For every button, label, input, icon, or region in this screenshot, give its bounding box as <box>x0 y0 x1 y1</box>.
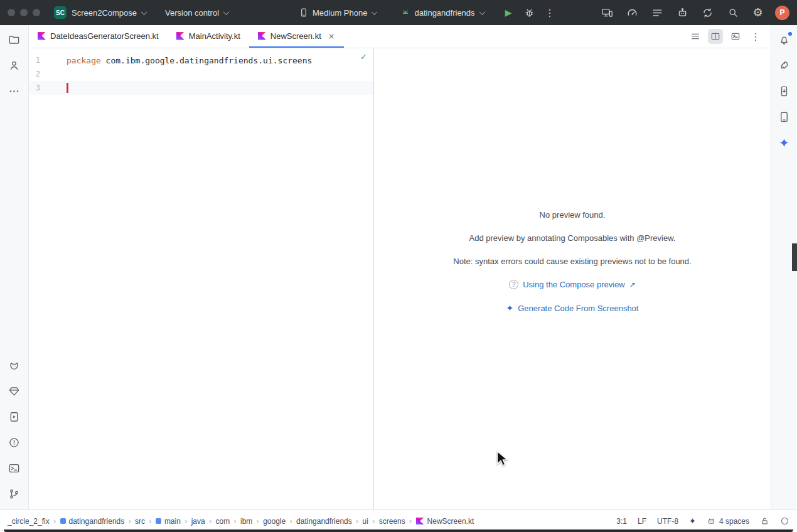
code-view-icon <box>690 31 700 41</box>
gradle-icon <box>778 60 790 72</box>
project-tool-button[interactable] <box>5 30 24 49</box>
breadcrumb-item[interactable]: datingandfriends <box>296 517 352 526</box>
generate-code-link[interactable]: ✦ Generate Code From Screenshot <box>506 303 639 313</box>
editor-tab-bar: DateIdeasGeneratorScreen.kt MainActivity… <box>29 25 771 48</box>
project-selector[interactable]: Screen2Compose <box>67 4 151 21</box>
caret-position-widget[interactable]: 3:1 <box>616 517 627 526</box>
device-explorer-button[interactable] <box>775 82 794 100</box>
line-separator-widget[interactable]: LF <box>638 517 646 526</box>
preview-message-2: Add preview by annotating Composables wi… <box>469 233 676 243</box>
compose-preview-panel: No preview found. Add preview by annotat… <box>373 48 771 509</box>
breadcrumb-item[interactable]: google <box>263 517 286 526</box>
sparkle-icon: ✦ <box>506 303 514 313</box>
external-link-icon: ↗ <box>629 280 636 289</box>
kotlin-file-icon <box>38 32 46 40</box>
indent-widget[interactable]: 4 spaces <box>707 516 749 526</box>
tab-dateideasgeneratorscreen[interactable]: DateIdeasGeneratorScreen.kt <box>29 25 168 48</box>
code-line-2[interactable]: 2 <box>29 67 373 81</box>
notifications-button[interactable] <box>775 30 794 49</box>
breadcrumb-item[interactable]: src <box>135 517 145 526</box>
gemini-status-icon[interactable]: ✦ <box>689 516 696 526</box>
compose-preview-help-link[interactable]: ? Using the Compose preview ↗ <box>509 280 636 289</box>
code-editor[interactable]: 1package com.ibm.google.datingandfriends… <box>29 48 373 509</box>
breadcrumb-separator: › <box>209 517 212 526</box>
breadcrumb-item[interactable]: screens <box>379 517 405 526</box>
indent-label: 4 spaces <box>719 517 749 526</box>
running-devices-icon <box>8 411 20 423</box>
code-view-button[interactable] <box>688 29 703 44</box>
app-quality-insights-button[interactable] <box>5 381 24 400</box>
line-number[interactable]: 1 <box>29 56 40 65</box>
run-configuration-selector[interactable]: datingandfriends <box>395 4 489 21</box>
breadcrumb-item[interactable]: ibm <box>240 517 252 526</box>
breadcrumb-item[interactable]: _circle_2_fix <box>8 517 50 526</box>
design-view-button[interactable] <box>728 29 743 44</box>
terminal-tool-button[interactable] <box>5 459 24 477</box>
tab-close-icon[interactable]: × <box>328 31 335 41</box>
version-control-tool-button[interactable] <box>5 484 24 503</box>
gemini-tool-button[interactable] <box>775 133 794 152</box>
code-line-3[interactable]: 3 <box>29 81 373 95</box>
task-list-button[interactable] <box>650 5 665 21</box>
readonly-lock-icon[interactable] <box>760 516 769 526</box>
search-everywhere-button[interactable] <box>725 5 741 21</box>
breadcrumb-separator: › <box>233 517 237 526</box>
minimize-window-icon[interactable] <box>20 9 28 16</box>
version-control-label: Version control <box>165 8 219 18</box>
device-explorer-icon <box>778 85 790 97</box>
device-mirroring-button[interactable] <box>599 5 615 21</box>
breadcrumb-item[interactable]: main <box>156 517 181 526</box>
line-number[interactable]: 3 <box>29 83 40 92</box>
code-line-1[interactable]: 1package com.ibm.google.datingandfriends… <box>29 53 373 67</box>
project-name: Screen2Compose <box>72 8 137 18</box>
breadcrumb-item[interactable]: com <box>216 517 230 526</box>
breadcrumb-separator: › <box>409 517 412 526</box>
breadcrumb-item[interactable]: ui <box>363 517 368 526</box>
editor-more-button[interactable]: ⋮ <box>748 29 763 44</box>
run-configuration-label: datingandfriends <box>414 8 474 18</box>
split-view-icon <box>710 31 720 41</box>
more-actions-button[interactable]: ⋮ <box>542 5 558 21</box>
status-indicator-icon[interactable] <box>780 516 789 526</box>
main-area: DateIdeasGeneratorScreen.kt MainActivity… <box>0 25 797 509</box>
kotlin-file-icon <box>416 518 424 524</box>
generate-link-text[interactable]: Generate Code From Screenshot <box>518 304 638 313</box>
gemini-icon <box>778 137 790 149</box>
inspections-ok-icon[interactable]: ✓ <box>360 52 367 61</box>
debug-button[interactable] <box>522 5 537 21</box>
device-manager-button[interactable] <box>775 107 794 126</box>
more-tool-windows-button[interactable] <box>5 82 24 100</box>
keyword-package: package <box>67 56 101 65</box>
sync-project-button[interactable] <box>700 5 715 21</box>
breadcrumb-item[interactable]: java <box>191 517 205 526</box>
gradle-tool-button[interactable] <box>775 56 794 75</box>
breadcrumb-separator: › <box>128 517 131 526</box>
running-devices-button[interactable] <box>5 407 24 426</box>
split-view-button[interactable] <box>708 29 723 44</box>
breadcrumb-separator: › <box>185 517 188 526</box>
version-control-menu[interactable]: Version control <box>160 4 233 21</box>
more-vertical-icon: ⋮ <box>751 31 761 43</box>
collaboration-tool-button[interactable] <box>5 56 24 75</box>
breadcrumb-item[interactable]: datingandfriends <box>60 517 125 526</box>
avatar[interactable]: P <box>775 6 789 20</box>
help-link-text[interactable]: Using the Compose preview <box>523 280 625 289</box>
folder-icon <box>8 34 20 46</box>
breadcrumb-item-file[interactable]: NewScreen.kt <box>416 517 474 526</box>
settings-button[interactable]: ⚙ <box>750 5 766 21</box>
encoding-widget[interactable]: UTF-8 <box>657 517 678 526</box>
tab-newscreen[interactable]: NewScreen.kt × <box>249 25 344 48</box>
profiler-button[interactable] <box>624 5 640 21</box>
problems-tool-button[interactable] <box>5 433 24 452</box>
device-selector[interactable]: Medium Phone <box>294 4 382 21</box>
line-number[interactable]: 2 <box>29 70 40 78</box>
maximize-window-icon[interactable] <box>33 9 40 16</box>
ai-assistant-button[interactable] <box>675 5 690 21</box>
run-button[interactable]: ▶ <box>501 5 516 21</box>
close-window-icon[interactable] <box>8 9 15 16</box>
window-controls[interactable] <box>8 9 40 16</box>
screen-edge-artifact <box>792 243 797 271</box>
breadcrumb-separator: › <box>149 517 152 526</box>
logcat-tool-button[interactable] <box>5 356 24 375</box>
tab-mainactivity[interactable]: MainActivity.kt <box>168 25 249 48</box>
